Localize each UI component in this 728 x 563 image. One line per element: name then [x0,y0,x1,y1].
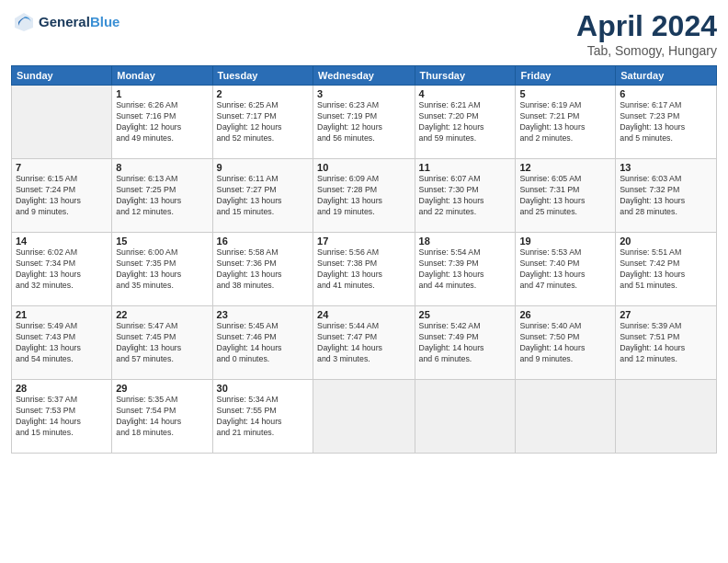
day-info: Sunrise: 5:45 AM Sunset: 7:46 PM Dayligh… [217,321,309,365]
day-number: 20 [620,236,712,247]
day-number: 26 [519,309,611,320]
calendar-cell: 28Sunrise: 5:37 AM Sunset: 7:53 PM Dayli… [12,380,112,454]
calendar-cell: 30Sunrise: 5:34 AM Sunset: 7:55 PM Dayli… [212,380,313,454]
week-row-3: 14Sunrise: 6:02 AM Sunset: 7:34 PM Dayli… [12,233,717,306]
day-info: Sunrise: 6:15 AM Sunset: 7:24 PM Dayligh… [16,174,108,218]
day-info: Sunrise: 6:17 AM Sunset: 7:23 PM Dayligh… [620,100,712,144]
day-info: Sunrise: 5:58 AM Sunset: 7:36 PM Dayligh… [217,247,309,292]
day-info: Sunrise: 5:54 AM Sunset: 7:39 PM Dayligh… [419,247,512,292]
header-wednesday: Wednesday [313,66,415,86]
day-number: 18 [419,236,512,247]
day-info: Sunrise: 5:44 AM Sunset: 7:47 PM Dayligh… [317,321,411,365]
day-info: Sunrise: 5:53 AM Sunset: 7:40 PM Dayligh… [519,247,611,292]
week-row-4: 21Sunrise: 5:49 AM Sunset: 7:43 PM Dayli… [12,306,717,380]
day-info: Sunrise: 5:37 AM Sunset: 7:53 PM Dayligh… [16,395,108,439]
day-number: 10 [317,162,411,173]
day-number: 29 [116,383,208,394]
day-info: Sunrise: 5:34 AM Sunset: 7:55 PM Dayligh… [217,395,309,439]
calendar-cell: 1Sunrise: 6:26 AM Sunset: 7:16 PM Daylig… [112,86,212,159]
day-number: 22 [116,309,208,320]
logo-line1: General [39,14,90,29]
day-info: Sunrise: 6:11 AM Sunset: 7:27 PM Dayligh… [217,174,309,218]
day-info: Sunrise: 5:40 AM Sunset: 7:50 PM Dayligh… [519,321,611,365]
day-info: Sunrise: 6:03 AM Sunset: 7:32 PM Dayligh… [620,174,712,218]
calendar-cell: 23Sunrise: 5:45 AM Sunset: 7:46 PM Dayli… [212,306,313,380]
day-number: 25 [419,309,512,320]
title-block: April 2024 Tab, Somogy, Hungary [576,9,717,58]
day-number: 2 [217,88,309,99]
calendar-cell: 11Sunrise: 6:07 AM Sunset: 7:30 PM Dayli… [415,159,516,233]
day-info: Sunrise: 6:21 AM Sunset: 7:20 PM Dayligh… [419,100,512,144]
week-row-5: 28Sunrise: 5:37 AM Sunset: 7:53 PM Dayli… [12,380,717,454]
day-number: 17 [317,236,411,247]
day-info: Sunrise: 5:49 AM Sunset: 7:43 PM Dayligh… [16,321,108,365]
calendar-cell: 25Sunrise: 5:42 AM Sunset: 7:49 PM Dayli… [415,306,516,380]
week-row-1: 1Sunrise: 6:26 AM Sunset: 7:16 PM Daylig… [12,86,717,159]
calendar-cell: 7Sunrise: 6:15 AM Sunset: 7:24 PM Daylig… [12,159,112,233]
calendar-cell: 20Sunrise: 5:51 AM Sunset: 7:42 PM Dayli… [616,233,717,306]
sub-title: Tab, Somogy, Hungary [576,43,717,58]
day-info: Sunrise: 6:23 AM Sunset: 7:19 PM Dayligh… [317,100,411,144]
calendar-cell: 4Sunrise: 6:21 AM Sunset: 7:20 PM Daylig… [415,86,516,159]
day-number: 13 [620,162,712,173]
day-info: Sunrise: 6:26 AM Sunset: 7:16 PM Dayligh… [116,100,208,144]
day-number: 15 [116,236,208,247]
day-number: 30 [217,383,309,394]
calendar-cell: 16Sunrise: 5:58 AM Sunset: 7:36 PM Dayli… [212,233,313,306]
day-info: Sunrise: 5:51 AM Sunset: 7:42 PM Dayligh… [620,247,712,292]
calendar-cell: 13Sunrise: 6:03 AM Sunset: 7:32 PM Dayli… [616,159,717,233]
calendar-table: SundayMondayTuesdayWednesdayThursdayFrid… [11,65,717,454]
header-saturday: Saturday [616,66,717,86]
day-info: Sunrise: 5:56 AM Sunset: 7:38 PM Dayligh… [317,247,411,292]
calendar-cell: 15Sunrise: 6:00 AM Sunset: 7:35 PM Dayli… [112,233,212,306]
calendar-cell: 10Sunrise: 6:09 AM Sunset: 7:28 PM Dayli… [313,159,415,233]
logo: GeneralBlue [11,9,119,35]
calendar-cell: 14Sunrise: 6:02 AM Sunset: 7:34 PM Dayli… [12,233,112,306]
calendar-cell [415,380,516,454]
day-number: 16 [217,236,309,247]
day-number: 8 [116,162,208,173]
day-number: 21 [16,309,108,320]
calendar-cell: 18Sunrise: 5:54 AM Sunset: 7:39 PM Dayli… [415,233,516,306]
day-info: Sunrise: 5:42 AM Sunset: 7:49 PM Dayligh… [419,321,512,365]
day-number: 4 [419,88,512,99]
day-info: Sunrise: 6:19 AM Sunset: 7:21 PM Dayligh… [519,100,611,144]
day-number: 14 [16,236,108,247]
day-info: Sunrise: 6:25 AM Sunset: 7:17 PM Dayligh… [217,100,309,144]
day-number: 23 [217,309,309,320]
day-number: 1 [116,88,208,99]
main-title: April 2024 [576,9,717,43]
logo-icon [11,9,37,35]
day-number: 5 [519,88,611,99]
day-info: Sunrise: 6:13 AM Sunset: 7:25 PM Dayligh… [116,174,208,218]
calendar-cell: 12Sunrise: 6:05 AM Sunset: 7:31 PM Dayli… [516,159,616,233]
header-thursday: Thursday [415,66,516,86]
calendar-header-row: SundayMondayTuesdayWednesdayThursdayFrid… [12,66,717,86]
day-number: 27 [620,309,712,320]
day-number: 11 [419,162,512,173]
day-number: 6 [620,88,712,99]
calendar-cell: 5Sunrise: 6:19 AM Sunset: 7:21 PM Daylig… [516,86,616,159]
logo-line2: Blue [90,14,120,29]
day-number: 19 [519,236,611,247]
calendar-cell: 29Sunrise: 5:35 AM Sunset: 7:54 PM Dayli… [112,380,212,454]
calendar-cell: 26Sunrise: 5:40 AM Sunset: 7:50 PM Dayli… [516,306,616,380]
day-info: Sunrise: 6:09 AM Sunset: 7:28 PM Dayligh… [317,174,411,218]
day-info: Sunrise: 6:05 AM Sunset: 7:31 PM Dayligh… [519,174,611,218]
day-number: 3 [317,88,411,99]
day-info: Sunrise: 6:00 AM Sunset: 7:35 PM Dayligh… [116,247,208,292]
calendar-cell [313,380,415,454]
calendar-cell: 27Sunrise: 5:39 AM Sunset: 7:51 PM Dayli… [616,306,717,380]
header-tuesday: Tuesday [212,66,313,86]
day-number: 7 [16,162,108,173]
header: GeneralBlue April 2024 Tab, Somogy, Hung… [11,9,717,58]
day-info: Sunrise: 5:47 AM Sunset: 7:45 PM Dayligh… [116,321,208,365]
calendar-cell [616,380,717,454]
calendar-cell: 2Sunrise: 6:25 AM Sunset: 7:17 PM Daylig… [212,86,313,159]
day-info: Sunrise: 5:39 AM Sunset: 7:51 PM Dayligh… [620,321,712,365]
day-info: Sunrise: 6:02 AM Sunset: 7:34 PM Dayligh… [16,247,108,292]
calendar-cell: 22Sunrise: 5:47 AM Sunset: 7:45 PM Dayli… [112,306,212,380]
day-number: 28 [16,383,108,394]
calendar-cell: 6Sunrise: 6:17 AM Sunset: 7:23 PM Daylig… [616,86,717,159]
week-row-2: 7Sunrise: 6:15 AM Sunset: 7:24 PM Daylig… [12,159,717,233]
